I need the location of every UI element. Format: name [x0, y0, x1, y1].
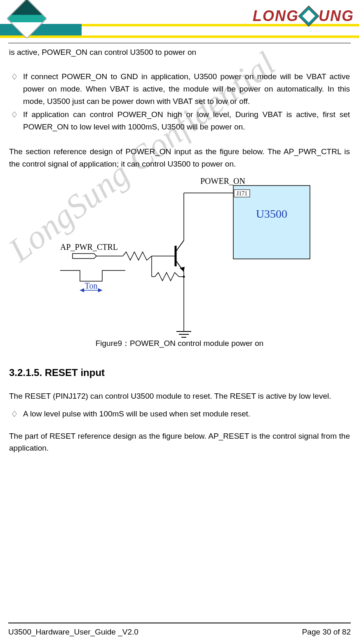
page-header: LONG UNG	[0, 0, 359, 41]
header-yellow-bar-bottom	[0, 35, 359, 38]
ctrl-signal-label: AP_PWR_CTRL	[60, 242, 118, 251]
svg-line-4	[176, 240, 184, 252]
svg-marker-22	[98, 288, 102, 292]
power-on-bullet-list: If connect POWER_ON to GND in applicatio…	[9, 71, 350, 133]
footer-page-number: Page 30 of 82	[302, 628, 351, 637]
reference-paragraph: The section reference design of POWER_ON…	[9, 146, 350, 170]
section-heading: 3.2.1.5. RESET input	[9, 367, 350, 378]
reset-bullet-list: A low level pulse with 100mS will be use…	[9, 408, 350, 420]
brand-wordmark: LONG UNG	[253, 7, 354, 25]
net-label: POWER_ON	[200, 176, 245, 186]
document-page: LONG UNG LongSung Confidential is active…	[0, 0, 359, 644]
footer-divider	[8, 623, 351, 623]
intro-line: is active, POWER_ON can control U3500 to…	[9, 46, 350, 58]
page-content: is active, POWER_ON can control U3500 to…	[9, 46, 350, 454]
list-item: If application can control POWER_ON high…	[23, 108, 350, 133]
schematic-svg: U3500 J171 POWER_ON	[48, 172, 312, 341]
footer-doc-id: U3500_Hardware_User_Guide _V2.0	[8, 628, 138, 637]
page-footer: U3500_Hardware_User_Guide _V2.0 Page 30 …	[8, 628, 351, 637]
brand-text-left: LONG	[253, 7, 299, 25]
brand-text-right: UNG	[319, 7, 354, 25]
list-item: A low level pulse with 100mS will be use…	[23, 408, 350, 420]
module-label: U3500	[256, 207, 287, 220]
schematic-figure: U3500 J171 POWER_ON	[48, 172, 312, 341]
header-divider	[8, 43, 351, 43]
pin-label: J171	[236, 190, 247, 197]
list-item: If connect POWER_ON to GND in applicatio…	[23, 71, 350, 108]
ton-label: Ton	[84, 281, 97, 290]
reset-paragraph-1: The RESET (PINJ172) can control U3500 mo…	[9, 390, 350, 402]
brand-cube-icon	[298, 6, 319, 27]
svg-point-18	[183, 275, 185, 277]
svg-marker-21	[80, 288, 84, 292]
reset-paragraph-2: The part of RESET reference design as th…	[9, 430, 350, 454]
svg-marker-19	[73, 254, 96, 259]
